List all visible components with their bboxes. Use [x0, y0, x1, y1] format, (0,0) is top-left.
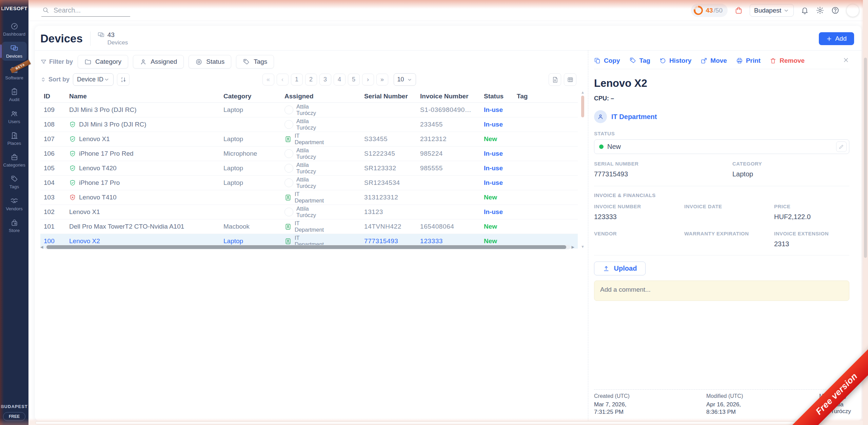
pagination-first-button[interactable]: « — [262, 74, 274, 85]
table-vertical-scrollbar[interactable]: ▲ ▼ — [580, 90, 585, 249]
shield-ok-icon — [69, 165, 76, 172]
table-row-device-101[interactable]: 101 Dell Pro Max TowerT2 CTO-Nvidia A101… — [40, 219, 578, 234]
page-v-scroll-thumb[interactable] — [864, 58, 867, 258]
column-header-invoice-number[interactable]: Invoice Number — [417, 93, 480, 100]
active-indicator — [0, 44, 2, 58]
column-header-category[interactable]: Category — [220, 93, 281, 100]
sidebar-item-audit[interactable]: Audit — [2, 85, 27, 104]
topbar: 43/50 Budapest — [28, 0, 868, 21]
cell-serial-number: 13123 — [361, 208, 417, 216]
sidebar-item-dashboard[interactable]: Dashboard — [2, 20, 27, 39]
sidebar-item-label: Vendors — [6, 206, 23, 211]
h-scroll-thumb[interactable] — [46, 245, 566, 249]
usage-quota-pill[interactable]: 43/50 — [691, 4, 728, 17]
status-select[interactable]: New — [594, 139, 849, 154]
table-row-device-109[interactable]: 109 DJI Mini 3 Pro (DJI RC) Laptop Attil… — [40, 103, 578, 117]
sidebar-item-users[interactable]: Users — [2, 107, 27, 126]
filter-chip-category[interactable]: Category — [78, 55, 128, 69]
sidebar-item-tags[interactable]: Tags — [2, 173, 27, 191]
detail-action-history-button[interactable]: History — [659, 57, 691, 64]
close-panel-button[interactable] — [843, 57, 849, 64]
sidebar-item-devices[interactable]: Devices — [2, 42, 27, 61]
sidebar-item-categories[interactable]: Categories — [2, 151, 27, 170]
sidebar-item-software[interactable]: Software BETA — [2, 64, 27, 82]
footer-label: Created (UTC) — [594, 393, 706, 399]
shopping-bag-icon[interactable] — [734, 6, 743, 15]
pagination-last-button[interactable]: » — [376, 74, 388, 85]
edit-status-button[interactable] — [836, 141, 847, 152]
column-settings-button[interactable] — [564, 73, 576, 86]
pagination-page-5-button[interactable]: 5 — [348, 74, 360, 85]
topbar-right: 43/50 Budapest — [691, 4, 859, 17]
scroll-left-arrow-icon[interactable]: ◀ — [40, 245, 43, 249]
column-header-status[interactable]: Status — [480, 93, 513, 100]
sidebar-item-store[interactable]: Store — [2, 216, 27, 235]
filter-by[interactable]: Filter by — [40, 58, 73, 65]
table-row-device-108[interactable]: 108 DJI Mini 3 Pro (DJI RC) AttilaTurócz… — [40, 117, 578, 132]
scroll-right-arrow-icon[interactable]: ▶ — [572, 245, 574, 249]
cell-status: New — [480, 135, 513, 143]
pagination-prev-button[interactable]: ‹ — [277, 74, 289, 85]
detail-action-move-button[interactable]: Move — [701, 57, 727, 64]
comment-input[interactable]: Add a comment... — [594, 281, 849, 301]
copy-icon — [594, 57, 601, 64]
column-header-serial-number[interactable]: Serial Number — [361, 93, 417, 100]
filter-chip-status[interactable]: Status — [189, 55, 231, 69]
export-excel-button[interactable] — [549, 73, 561, 86]
table-row-device-103[interactable]: 103 Lenovo T410 ITDepartment 313123312 N… — [40, 190, 578, 205]
page-size-select[interactable]: 10 — [394, 73, 416, 86]
sort-direction-button[interactable]: ZA — [117, 73, 130, 86]
user-avatar[interactable] — [846, 4, 859, 17]
pagination-next-button[interactable]: › — [362, 74, 374, 85]
table-row-device-106[interactable]: 106 iPhone 17 Pro Red Microphone AttilaT… — [40, 147, 578, 161]
v-scroll-thumb[interactable] — [581, 96, 584, 117]
pagination-page-2-button[interactable]: 2 — [305, 74, 317, 85]
detail-action-tag-button[interactable]: Tag — [629, 57, 650, 64]
pagination: « ‹12345› » — [262, 74, 388, 85]
search-input[interactable] — [53, 6, 130, 15]
scroll-up-arrow-icon[interactable]: ▲ — [581, 91, 585, 94]
detail-action-bar: Copy Tag History Move Print Remove — [594, 51, 849, 69]
page-horizontal-scrollbar[interactable] — [28, 421, 863, 425]
column-header-tag[interactable]: Tag — [513, 93, 534, 100]
pagination-page-4-button[interactable]: 4 — [334, 74, 346, 85]
sort-group: Sort by Device ID ZA — [40, 73, 130, 86]
sort-field-select[interactable]: Device ID — [73, 73, 114, 86]
table-row-device-102[interactable]: 102 Lenovo X1 AttilaTuróczy 13123 In-use — [40, 205, 578, 219]
location-select[interactable]: Budapest — [750, 4, 794, 17]
detail-action-copy-button[interactable]: Copy — [594, 57, 620, 64]
scroll-down-arrow-icon[interactable]: ▼ — [581, 245, 585, 249]
table-horizontal-scrollbar[interactable]: ◀ ▶ — [40, 245, 574, 250]
assigned-department-chip[interactable]: IT Department — [594, 110, 849, 123]
table-row-device-104[interactable]: 104 iPhone 17 Pro Laptop AttilaTuróczy S… — [40, 176, 578, 190]
h-scroll-track[interactable] — [44, 245, 570, 249]
department-avatar — [594, 110, 607, 123]
cell-id: 104 — [40, 179, 66, 187]
cell-status: New — [480, 194, 513, 201]
column-header-name[interactable]: Name — [66, 93, 220, 100]
pagination-page-3-button[interactable]: 3 — [319, 74, 331, 85]
cell-assigned: ITDepartment — [281, 191, 361, 204]
add-device-button[interactable]: Add — [819, 32, 854, 45]
column-header-id[interactable]: ID — [40, 93, 66, 100]
table-row-device-107[interactable]: 107 Lenovo X1 Laptop ITDepartment S33455… — [40, 132, 578, 147]
table-row-device-105[interactable]: 105 Lenovo T420 Laptop AttilaTuróczy SR1… — [40, 161, 578, 176]
pagination-page-1-button[interactable]: 1 — [291, 74, 303, 85]
help-icon[interactable] — [831, 6, 840, 15]
upload-button[interactable]: Upload — [594, 262, 646, 275]
detail-action-print-button[interactable]: Print — [736, 57, 761, 64]
plan-badge[interactable]: FREE — [3, 412, 25, 421]
field-value — [684, 240, 774, 248]
column-header-assigned[interactable]: Assigned — [281, 93, 361, 100]
page-h-scroll-thumb[interactable] — [35, 421, 798, 424]
filter-chip-assigned[interactable]: Assigned — [133, 55, 184, 69]
cell-serial-number: SR1234534 — [361, 179, 417, 187]
footer-label: Modified (UTC) — [706, 393, 819, 399]
notifications-bell-icon[interactable] — [801, 6, 809, 15]
search-box[interactable] — [41, 4, 130, 17]
settings-gear-icon[interactable] — [816, 6, 824, 15]
detail-action-remove-button[interactable]: Remove — [770, 57, 805, 64]
sidebar-item-places[interactable]: Places — [2, 129, 27, 148]
filter-chip-tags[interactable]: Tags — [236, 55, 274, 69]
sidebar-item-vendors[interactable]: Vendors — [2, 194, 27, 213]
